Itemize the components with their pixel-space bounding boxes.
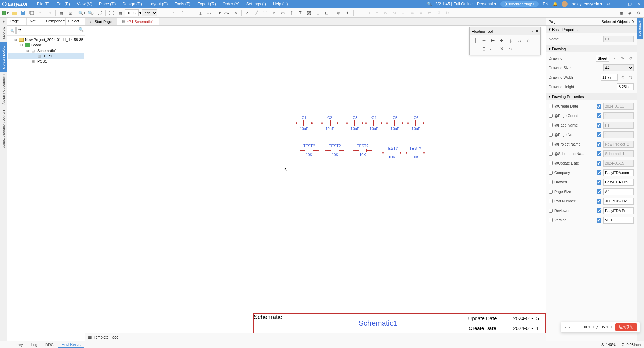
resistor-4[interactable]: TEST? 10K — [406, 146, 425, 159]
align-left-tool[interactable]: ⫍ — [355, 9, 363, 17]
capacitor-C3[interactable]: C3 10uF — [346, 116, 363, 131]
prop-swap-icon[interactable]: ⇅ — [628, 74, 634, 80]
capacitor-C1[interactable]: C1 10uF — [296, 116, 313, 131]
dist-v-tool[interactable]: ⇕ — [417, 9, 425, 17]
prop-value-input[interactable] — [603, 217, 634, 224]
filter-tool[interactable]: ▦ — [617, 9, 625, 17]
config-tool[interactable]: ⚙ — [635, 9, 643, 17]
prop-visible-check[interactable] — [597, 218, 601, 223]
tree-search-input[interactable] — [24, 27, 78, 34]
align-bottom-tool[interactable]: ⫐ — [382, 9, 390, 17]
floating-tool-expand[interactable]: ▫ — [532, 29, 534, 33]
align-hcenter-tool[interactable]: ⫑ — [390, 9, 399, 17]
section-drawing-props[interactable]: ▾ Drawing Properties — [546, 93, 637, 100]
zoom-in-button[interactable]: 🔍+ — [78, 9, 86, 17]
unit-select[interactable]: inch — [142, 9, 157, 16]
notifications-icon[interactable]: 🔔 — [552, 2, 558, 6]
prop-value-input[interactable] — [603, 207, 634, 214]
prop-drawing-refresh[interactable]: ↻ — [628, 55, 634, 61]
section-basic[interactable]: ▾ Basic Properties — [546, 26, 637, 33]
prop-value-input[interactable] — [603, 122, 634, 129]
netflag-tool[interactable]: ⬭▾ — [223, 9, 231, 17]
zoom-out-button[interactable]: 🔍- — [87, 9, 95, 17]
prop-key-check[interactable] — [549, 209, 553, 213]
text-tool[interactable]: T — [296, 9, 304, 17]
prop-value-input[interactable] — [603, 179, 634, 186]
prop-value-input[interactable] — [603, 198, 634, 205]
prop-visible-check[interactable] — [597, 199, 601, 204]
tree-schematic[interactable]: ⊟▤Schematic1 — [8, 48, 84, 53]
zoom-fit-button[interactable]: ⛶ — [96, 9, 104, 17]
menu-place[interactable]: Place (P) — [96, 2, 119, 6]
prop-width-input[interactable] — [601, 74, 618, 81]
prop-visible-check[interactable] — [597, 170, 601, 175]
search-icon-right[interactable]: 🔍 — [79, 27, 84, 34]
grid-lines-button[interactable]: ▦ — [116, 9, 124, 17]
prop-value-input[interactable] — [603, 150, 634, 157]
floating-tool-panel[interactable]: Floating Tool ▫ ✕ ├ ╪ ⊢ ✥ ⏚ ⬭ ◇ ⌒ ⊡ ⟵ ✕ … — [469, 27, 541, 55]
ft-netlabel[interactable]: ⊢ — [489, 37, 497, 44]
prop-value-input[interactable] — [603, 169, 634, 176]
gnd-tool[interactable]: ⊥▾ — [214, 9, 222, 17]
sync-badge[interactable]: synchronizing: 0 — [500, 1, 539, 7]
menu-layout[interactable]: Layout (O) — [145, 2, 172, 6]
settings-gear-icon[interactable]: ⚙ — [606, 2, 610, 6]
prop-key-check[interactable] — [549, 161, 553, 165]
align-button[interactable]: ▦ — [57, 9, 65, 17]
template-page-label[interactable]: Template Page — [94, 335, 118, 339]
resistor-0[interactable]: TEST? 10K — [300, 144, 319, 157]
rec-drag-icon[interactable]: ⋮⋮ — [564, 325, 572, 330]
layer-tool[interactable]: ◈ — [626, 9, 634, 17]
sb-tab-drc[interactable]: DRC — [41, 342, 58, 348]
save-button[interactable] — [19, 9, 27, 17]
maximize-button[interactable]: ▢ — [626, 1, 633, 7]
vtab-project-design[interactable]: Project Design — [0, 42, 7, 72]
sb-tab-log[interactable]: Log — [27, 342, 41, 348]
user-menu[interactable]: haidy_easyeda ▾ — [572, 2, 602, 6]
menu-tools[interactable]: Tools (T) — [171, 2, 194, 6]
prop-value-input[interactable] — [603, 160, 634, 167]
ft-move[interactable]: ✥ — [498, 37, 506, 44]
arc-tool[interactable]: ⌒ — [261, 9, 269, 17]
left-tab-page[interactable]: Page — [7, 18, 27, 25]
prop-size-select[interactable]: A4 — [603, 64, 634, 71]
doc-tab-start[interactable]: ⌂Start Page — [85, 18, 117, 25]
power-tool[interactable]: ⏚▾ — [205, 9, 213, 17]
prop-drawing-edit[interactable]: ✎ — [620, 55, 626, 61]
prop-visible-check[interactable] — [597, 208, 601, 213]
distribute-button[interactable]: ▧ — [66, 9, 74, 17]
redo-button[interactable]: ↷ — [45, 9, 54, 17]
prop-key-check[interactable] — [549, 180, 553, 184]
prop-key-check[interactable] — [549, 190, 553, 194]
minimize-button[interactable]: ─ — [618, 1, 624, 7]
table-tool[interactable]: ⊞ — [314, 9, 322, 17]
highlight-tool[interactable]: ✦ — [343, 9, 351, 17]
port-tool[interactable]: ◫ — [196, 9, 204, 17]
rec-pause-button[interactable]: ⏸ — [575, 325, 579, 330]
flip-v-tool[interactable]: ⇅ — [435, 9, 443, 17]
align-top-tool[interactable]: ⫏ — [373, 9, 381, 17]
bus-tool[interactable]: ⤴ — [179, 9, 187, 17]
close-button[interactable]: ✕ — [635, 1, 642, 7]
prop-key-check[interactable] — [549, 152, 553, 156]
rp-tab-page[interactable]: Page — [549, 20, 558, 24]
prop-key-check[interactable] — [549, 218, 553, 222]
new-button[interactable]: ▾ — [1, 9, 9, 17]
vtab-attributes[interactable]: Attributes — [637, 18, 643, 39]
image-tool[interactable]: 🖼 — [305, 9, 313, 17]
ft-bus[interactable]: ╪ — [480, 37, 488, 44]
prop-visible-check[interactable] — [597, 113, 601, 118]
recording-overlay[interactable]: ⋮⋮ ⏸ 00:00 / 05:00 结束录制 — [561, 322, 640, 333]
polyline-tool[interactable]: ╱ — [252, 9, 260, 17]
menu-export[interactable]: Export (R) — [194, 2, 219, 6]
tree-board[interactable]: ⊟Board1 — [8, 42, 84, 48]
prop-visible-check[interactable] — [597, 123, 601, 128]
prop-value-input[interactable] — [603, 103, 634, 110]
prop-value-input[interactable] — [603, 141, 634, 148]
resistor-1[interactable]: TEST? 10K — [325, 144, 344, 157]
capacitor-C4[interactable]: C4 10uF — [365, 116, 382, 131]
left-tab-component[interactable]: Component — [43, 18, 65, 25]
workspace-selector[interactable]: Personal ▾ — [477, 2, 496, 6]
dist-h-tool[interactable]: ⇔ — [408, 9, 416, 17]
ft-probe[interactable]: ⤳ — [506, 45, 515, 53]
